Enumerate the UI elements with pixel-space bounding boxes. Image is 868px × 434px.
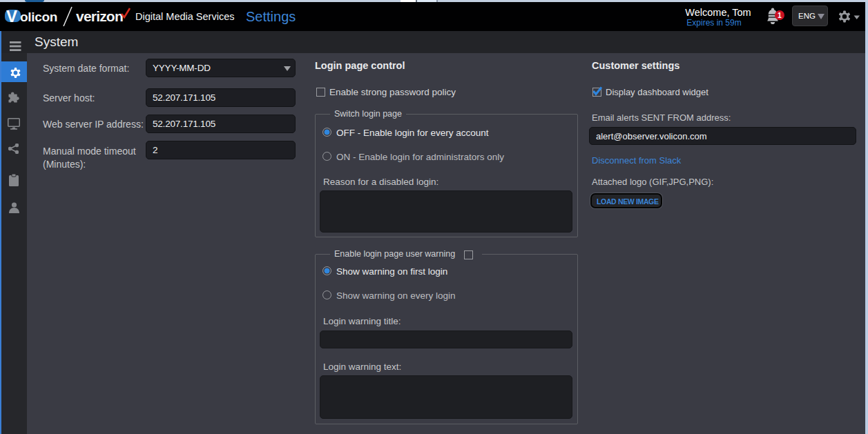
- svg-text:verizon: verizon: [76, 8, 123, 24]
- svg-text:olicon: olicon: [20, 10, 57, 24]
- svg-text:1: 1: [778, 11, 782, 19]
- svg-text:V: V: [6, 7, 17, 26]
